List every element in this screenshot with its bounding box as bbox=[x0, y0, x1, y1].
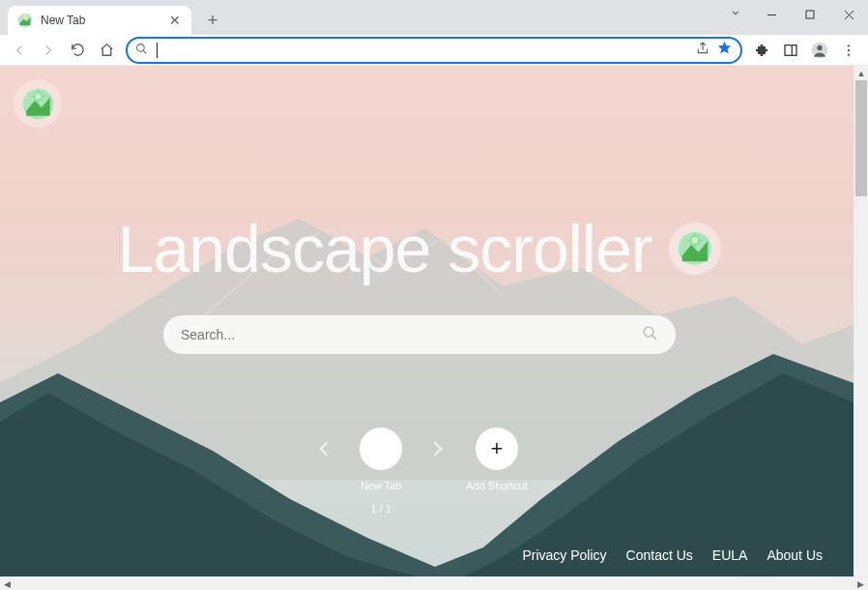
share-button[interactable] bbox=[695, 41, 710, 60]
search-input[interactable] bbox=[181, 327, 642, 342]
shortcuts-prev-button[interactable] bbox=[311, 428, 338, 470]
shortcut-label: Add Shortcut bbox=[466, 480, 528, 491]
nav-back-button[interactable] bbox=[6, 37, 33, 64]
add-shortcut-button[interactable]: + bbox=[476, 428, 518, 470]
svg-point-14 bbox=[848, 53, 850, 55]
footer-links: Privacy Policy Contact Us EULA About Us bbox=[522, 547, 823, 563]
shortcuts-pager: 1 / 1 bbox=[371, 503, 391, 515]
scroll-right-button[interactable]: ▶ bbox=[854, 579, 868, 589]
page-viewport: Landscape scroller New Tab bbox=[0, 66, 868, 576]
tab-favicon bbox=[17, 13, 33, 28]
shortcuts-row: New Tab 1 / 1 + Add Shortcut bbox=[0, 428, 839, 515]
search-icon[interactable] bbox=[642, 325, 658, 345]
shortcut-add: + Add Shortcut bbox=[466, 428, 528, 491]
search-bar[interactable] bbox=[163, 315, 676, 354]
window-minimize-button[interactable] bbox=[752, 0, 791, 29]
svg-rect-3 bbox=[806, 11, 814, 18]
titlebar: New Tab ✕ + bbox=[0, 0, 868, 35]
svg-rect-8 bbox=[785, 44, 796, 55]
svg-point-27 bbox=[644, 327, 653, 337]
svg-line-7 bbox=[143, 50, 146, 53]
home-button[interactable] bbox=[93, 37, 120, 64]
side-panel-button[interactable] bbox=[777, 37, 804, 64]
reload-button[interactable] bbox=[64, 37, 91, 64]
window-close-button[interactable] bbox=[829, 0, 868, 29]
svg-point-1 bbox=[23, 15, 26, 17]
svg-point-6 bbox=[137, 44, 145, 51]
shortcut-newtab: New Tab 1 / 1 bbox=[360, 428, 402, 515]
hero-logo bbox=[669, 222, 721, 275]
footer-privacy-link[interactable]: Privacy Policy bbox=[522, 547, 606, 563]
shortcut-newtab-button[interactable] bbox=[360, 428, 402, 470]
vertical-scrollbar[interactable]: ▲ bbox=[854, 66, 868, 576]
shortcut-label: New Tab bbox=[361, 480, 402, 491]
shortcuts-next-button[interactable] bbox=[423, 428, 450, 470]
browser-tab[interactable]: New Tab ✕ bbox=[8, 6, 191, 35]
scroll-thumb[interactable] bbox=[855, 80, 867, 196]
extensions-button[interactable] bbox=[748, 37, 775, 64]
text-cursor bbox=[157, 43, 158, 58]
nav-forward-button[interactable] bbox=[35, 37, 62, 64]
hscroll-track[interactable] bbox=[14, 577, 854, 590]
address-bar[interactable] bbox=[126, 37, 742, 64]
browser-toolbar bbox=[0, 35, 868, 66]
footer-eula-link[interactable]: EULA bbox=[712, 547, 748, 563]
scroll-left-button[interactable]: ◀ bbox=[0, 579, 14, 589]
bookmark-button[interactable] bbox=[716, 40, 733, 60]
window-maximize-button[interactable] bbox=[791, 0, 829, 29]
svg-line-28 bbox=[652, 335, 656, 339]
menu-button[interactable] bbox=[835, 37, 862, 64]
svg-point-16 bbox=[34, 92, 42, 100]
search-icon bbox=[135, 42, 148, 59]
footer-contact-link[interactable]: Contact Us bbox=[626, 547, 693, 563]
profile-button[interactable] bbox=[806, 37, 833, 64]
horizontal-scrollbar[interactable]: ◀ ▶ bbox=[0, 576, 868, 590]
window-controls bbox=[752, 0, 868, 29]
search-section bbox=[0, 315, 839, 354]
landscape-background: Landscape scroller New Tab bbox=[0, 66, 854, 576]
app-logo-corner[interactable] bbox=[14, 79, 62, 128]
tab-close-button[interactable]: ✕ bbox=[168, 14, 182, 27]
svg-point-13 bbox=[848, 48, 850, 50]
tab-title: New Tab bbox=[41, 14, 160, 27]
svg-point-11 bbox=[817, 44, 822, 49]
hero-section: Landscape scroller bbox=[0, 211, 839, 286]
scroll-up-button[interactable]: ▲ bbox=[854, 66, 868, 80]
svg-point-22 bbox=[691, 236, 700, 245]
address-input[interactable] bbox=[154, 43, 689, 57]
svg-point-12 bbox=[848, 44, 850, 46]
tab-search-button[interactable] bbox=[729, 6, 742, 23]
footer-about-link[interactable]: About Us bbox=[767, 547, 823, 563]
hero-title: Landscape scroller bbox=[118, 211, 652, 286]
new-tab-button[interactable]: + bbox=[199, 7, 226, 34]
